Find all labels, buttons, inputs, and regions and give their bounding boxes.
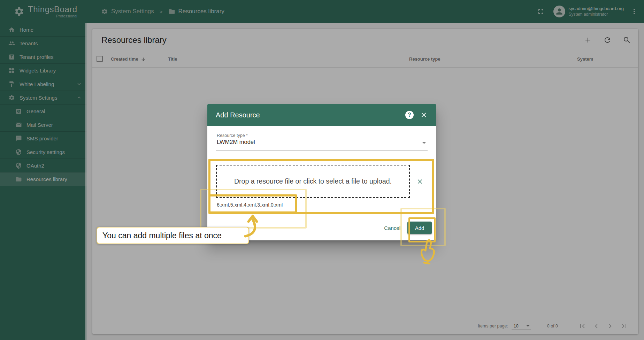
help-icon[interactable]: ? xyxy=(405,111,414,119)
tutorial-tooltip: You can add multiple files at once xyxy=(97,227,249,244)
thingsboard-app: ThingsBoard Professional Home Tenants T … xyxy=(0,0,644,340)
dialog-title: Add Resource xyxy=(216,111,405,119)
highlight-box-files xyxy=(208,194,297,214)
cancel-button[interactable]: Cancel xyxy=(382,225,402,231)
dialog-header: Add Resource ? xyxy=(207,104,436,126)
resource-type-select[interactable]: LWM2M model xyxy=(217,139,426,145)
resource-type-label: Resource type * xyxy=(217,133,248,138)
select-underline xyxy=(216,150,428,150)
close-icon[interactable] xyxy=(420,111,428,119)
caret-down-icon[interactable] xyxy=(422,142,426,144)
curved-arrow-up-icon xyxy=(243,212,261,238)
